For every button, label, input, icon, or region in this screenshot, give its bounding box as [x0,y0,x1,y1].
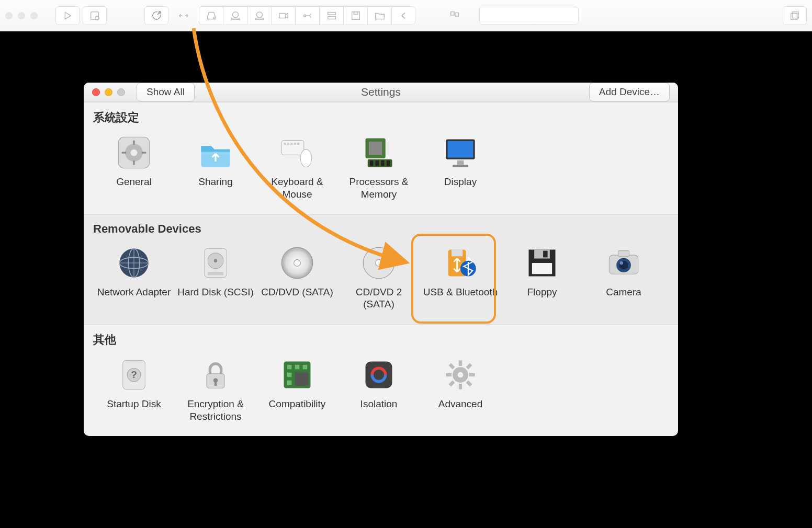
keyboard-mouse-icon [278,134,316,171]
svg-rect-6 [231,18,239,19]
svg-rect-9 [279,13,285,18]
disc-icon[interactable] [247,6,271,25]
svg-rect-27 [284,143,286,145]
floppy-icon[interactable] [343,6,367,25]
svg-point-5 [232,12,238,17]
add-device-button[interactable]: Add Device… [589,83,670,101]
folder-share-icon [197,134,234,171]
zoom-button[interactable] [117,88,125,96]
svg-rect-76 [287,365,292,370]
svg-rect-65 [618,250,629,256]
gear-adv-icon [442,356,479,394]
sharing-item[interactable]: Sharing [175,131,256,205]
svg-rect-38 [381,160,384,166]
section-title: 系統設定 [93,110,669,125]
window-control-dot [18,12,25,19]
item-label: Floppy [503,286,581,299]
keyboard-mouse-item[interactable]: Keyboard & Mouse [256,131,338,205]
cd-dvd-item[interactable]: CD/DVD (SATA) [256,241,338,315]
section-title: 其他 [93,332,669,348]
svg-rect-80 [287,381,292,385]
svg-rect-37 [376,160,379,166]
usb-icon[interactable] [295,6,319,25]
network-adapter-item[interactable]: Network Adapter [93,241,175,315]
play-button[interactable] [55,6,80,25]
usb-bluetooth-item[interactable]: USB & Bluetooth [420,241,501,315]
camera-icon[interactable] [271,6,295,25]
svg-rect-52 [208,272,223,275]
window-control-dot [30,12,38,19]
floppy-item[interactable]: Floppy [501,241,583,315]
svg-rect-29 [290,143,292,145]
advanced-item[interactable]: Advanced [420,353,501,427]
shared-folder-icon[interactable] [367,6,391,25]
settings-window: Show All Settings Add Device… 系統設定 Gener… [84,83,678,436]
floppy-icon [523,244,561,282]
svg-rect-31 [297,143,299,145]
svg-point-4 [213,17,214,18]
svg-rect-11 [328,12,335,15]
svg-point-68 [620,261,623,264]
svg-rect-43 [453,165,468,167]
item-label: Isolation [340,398,418,410]
section-removable-devices: Removable Devices Network Adapter Hard D… [84,214,678,325]
display-icon [442,134,479,171]
item-label: Display [422,176,499,188]
svg-point-84 [458,372,464,378]
display-item[interactable]: Display [420,131,501,205]
search-input[interactable] [479,7,579,25]
item-label: Keyboard & Mouse [258,176,336,201]
settings-button[interactable] [144,6,168,25]
close-button[interactable] [92,88,100,96]
svg-rect-63 [532,263,552,274]
svg-rect-74 [215,382,217,386]
svg-rect-81 [295,373,309,386]
disc-icon [278,244,316,282]
item-label: Hard Disk (SCSI) [177,286,254,299]
svg-point-7 [256,12,262,17]
item-label: Camera [585,286,662,299]
window-titlebar: Show All Settings Add Device… [84,83,678,102]
lock-icon [197,356,234,394]
general-item[interactable]: General [93,131,175,205]
camera-item[interactable]: Camera [583,241,664,315]
item-label: Encryption & Restrictions [177,398,254,423]
traffic-lights [92,88,125,96]
compatibility-item[interactable]: Compatibility [256,353,338,427]
section-title: Removable Devices [93,222,669,236]
snapshot-button[interactable] [83,6,107,25]
svg-rect-17 [792,12,798,18]
svg-line-91 [467,364,471,368]
svg-rect-62 [543,250,548,257]
chevron-left-icon[interactable] [391,6,415,25]
disc-icon[interactable] [223,6,247,25]
desktop-area: Show All Settings Add Device… 系統設定 Gener… [0,31,812,528]
item-label: Advanced [422,398,499,410]
minimize-button[interactable] [105,88,112,96]
hard-disk-item[interactable]: Hard Disk (SCSI) [175,241,256,315]
svg-rect-39 [387,160,390,166]
isolation-icon [360,356,398,394]
svg-rect-18 [791,13,797,19]
cd-dvd-2-item[interactable]: CD/DVD 2 (SATA) [338,241,420,315]
gear-icon [115,134,153,171]
circuit-icon [278,356,316,394]
processors-memory-item[interactable]: Processors & Memory [338,131,420,205]
svg-rect-42 [457,160,464,165]
harddisk-icon[interactable] [199,6,223,25]
isolation-item[interactable]: Isolation [338,353,420,427]
svg-rect-82 [366,362,392,388]
multiwindow-button[interactable] [783,6,807,25]
item-label: Sharing [177,176,254,188]
windows-icon[interactable] [443,6,467,25]
show-all-button[interactable]: Show All [137,83,195,101]
encryption-restrictions-item[interactable]: Encryption & Restrictions [175,353,256,427]
item-label: General [95,176,173,188]
startup-disk-item[interactable]: ? Startup Disk [93,353,175,427]
expand-arrows-button[interactable] [172,6,196,25]
svg-rect-28 [287,143,289,145]
svg-point-32 [300,150,311,167]
svg-line-89 [450,364,454,368]
svg-rect-16 [455,13,458,16]
server-icon[interactable] [319,6,343,25]
